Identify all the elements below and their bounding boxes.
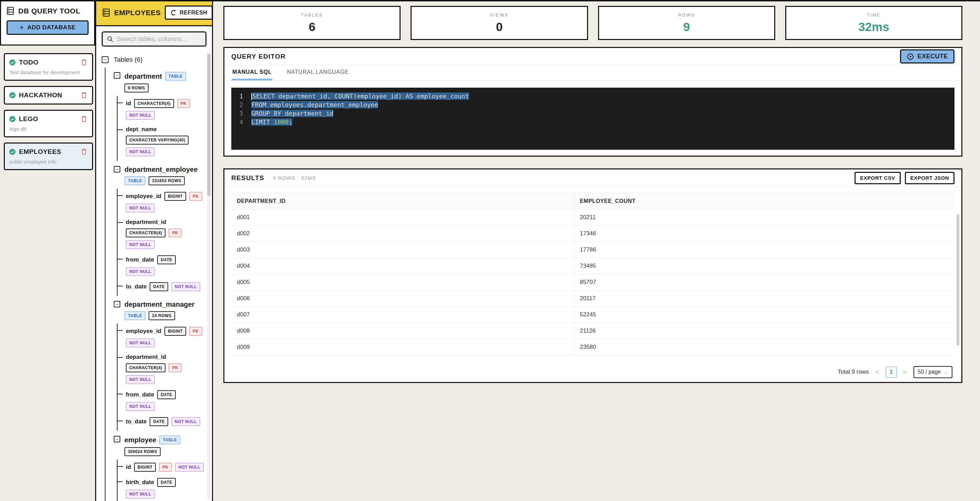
table-tree-item-department_employee[interactable]: −department_employeeTABLE331603 ROWS <box>114 166 204 185</box>
code-segment: AS employee_count <box>402 93 469 100</box>
not-null-badge: NOT NULL <box>126 375 155 384</box>
add-database-button[interactable]: + ADD DATABASE <box>6 20 89 35</box>
type-badge: DATE <box>150 417 168 426</box>
sql-editor[interactable]: 1SELECT department_id, COUNT(employee_id… <box>231 88 955 150</box>
table-row[interactable]: d00120211 <box>231 209 955 226</box>
column-labels: employee_idBIGINTPKNOT NULL <box>126 327 204 348</box>
selected-database-title: EMPLOYEES <box>114 9 161 17</box>
refresh-button[interactable]: REFRESH <box>165 6 213 20</box>
database-card-employees[interactable]: EMPLOYEESpublic employee info <box>4 142 93 170</box>
rows-badge: 331603 ROWS <box>149 176 185 185</box>
database-card-hackathon[interactable]: HACKATHON <box>4 86 93 105</box>
query-editor-header: QUERY EDITOR EXECUTE <box>224 48 961 65</box>
pk-badge: PK <box>169 363 181 372</box>
pk-badge: PK <box>189 192 202 201</box>
code-segment: LIMIT <box>251 118 274 126</box>
column-name: id <box>126 100 131 107</box>
column-tree-item-from_date[interactable]: from_dateDATENOT NULL <box>118 387 204 414</box>
table-row[interactable]: d00317786 <box>231 242 955 258</box>
column-tree-item-department_id[interactable]: department_idCHARACTER(4)PKNOT NULL <box>118 351 204 387</box>
column-tree-item-id[interactable]: idCHARACTER(4)PKNOT NULL <box>118 96 204 123</box>
columns-container: employee_idBIGINTPKNOT NULLdepartment_id… <box>117 324 204 431</box>
execute-button[interactable]: EXECUTE <box>900 49 955 64</box>
prev-page-icon[interactable]: < <box>875 368 880 376</box>
results-header-row: DEPARTMENT_ID EMPLOYEE_COUNT <box>231 193 955 209</box>
database-description: public employee info <box>9 159 88 164</box>
column-tree-item-to_date[interactable]: to_dateDATENOT NULL <box>118 414 204 429</box>
collapse-expander-icon[interactable]: − <box>114 72 120 79</box>
table-row[interactable]: d00923580 <box>231 339 955 356</box>
tree-scrollbar-track[interactable] <box>207 51 211 499</box>
column-tree-item-id[interactable]: idBIGINTPKNOT NULL <box>118 460 204 475</box>
status-check-icon <box>9 92 16 98</box>
stat-card-tables: TABLES6 <box>223 6 401 40</box>
database-card-todo[interactable]: TODOTest database for development <box>4 53 93 81</box>
column-header-department-id[interactable]: DEPARTMENT_ID <box>231 193 574 209</box>
table-row[interactable]: d00585707 <box>231 274 955 290</box>
table-cell: d009 <box>231 339 574 356</box>
table-row[interactable]: d00752245 <box>231 307 955 323</box>
database-name: LEGO <box>19 115 38 123</box>
column-tree-item-birth_date[interactable]: birth_dateDATENOT NULL <box>118 475 204 501</box>
table-badge: TABLE <box>124 311 145 320</box>
export-json-button[interactable]: EXPORT JSON <box>905 172 955 184</box>
table-row[interactable]: d00217346 <box>231 226 955 242</box>
trash-icon[interactable] <box>81 59 88 66</box>
current-page-button[interactable]: 1 <box>886 367 897 378</box>
column-tree-item-from_date[interactable]: from_dateDATENOT NULL <box>118 252 204 279</box>
column-name: from_date <box>126 391 154 398</box>
column-name: dept_name <box>126 126 157 133</box>
schema-tree: − Tables (6) −departmentTABLE9 ROWSidCHA… <box>96 49 204 501</box>
not-null-badge: NOT NULL <box>171 417 200 426</box>
query-editor-card: QUERY EDITOR EXECUTE MANUAL SQL NATURAL … <box>223 47 963 156</box>
table-row[interactable]: d00620117 <box>231 290 955 307</box>
collapse-expander-icon[interactable]: − <box>114 166 120 172</box>
database-name: TODO <box>19 59 38 66</box>
trash-icon[interactable] <box>81 148 88 156</box>
not-null-badge: NOT NULL <box>126 338 155 348</box>
table-row[interactable]: d00821126 <box>231 323 955 339</box>
export-csv-button[interactable]: EXPORT CSV <box>854 172 901 184</box>
column-tree-item-to_date[interactable]: to_dateDATENOT NULL <box>118 279 204 294</box>
table-row[interactable]: d00473485 <box>231 258 955 274</box>
trash-icon[interactable] <box>81 115 88 123</box>
tree-scrollbar-thumb[interactable] <box>207 54 211 196</box>
selected-text: LIMIT 1000; <box>251 118 292 126</box>
collapse-expander-icon[interactable]: − <box>114 301 120 308</box>
collapse-expander-icon[interactable]: − <box>114 436 120 442</box>
database-name: EMPLOYEES <box>19 148 61 156</box>
column-header-employee-count[interactable]: EMPLOYEE_COUNT <box>574 193 955 209</box>
rows-badge: 300024 ROWS <box>124 447 161 456</box>
type-badge: CHARACTER VARYING(40) <box>126 136 189 145</box>
table-labels: department_managerTABLE24 ROWS <box>124 300 204 320</box>
table-tree-item-department_manager[interactable]: −department_managerTABLE24 ROWS <box>114 300 204 320</box>
table-tree-item-employee[interactable]: −employeeTABLE300024 ROWS <box>114 436 204 456</box>
stat-value: 32ms <box>858 20 889 34</box>
column-tree-item-department_id[interactable]: department_idCHARACTER(4)PKNOT NULL <box>118 215 204 252</box>
table-labels: employeeTABLE300024 ROWS <box>124 436 204 456</box>
app-title-label: DB QUERY TOOL <box>18 7 80 15</box>
results-table-wrap: DEPARTMENT_ID EMPLOYEE_COUNT d00120211d0… <box>231 193 955 356</box>
results-scrollbar-thumb[interactable] <box>956 214 959 345</box>
collapse-expander-icon[interactable]: − <box>102 56 108 63</box>
column-tree-item-dept_name[interactable]: dept_nameCHARACTER VARYING(40)NOT NULL <box>118 123 204 160</box>
tab-natural-language[interactable]: NATURAL LANGUAGE <box>286 65 349 80</box>
stat-value: 6 <box>309 20 315 34</box>
column-tree-item-employee_id[interactable]: employee_idBIGINTPKNOT NULL <box>118 324 204 351</box>
page-size-select[interactable]: 50 / page ⌄ <box>913 366 953 378</box>
database-card-top: TODO <box>9 59 88 66</box>
not-null-badge: NOT NULL <box>126 402 155 411</box>
table-cell: d003 <box>231 242 574 258</box>
tab-manual-sql[interactable]: MANUAL SQL <box>232 65 272 80</box>
total-rows-label: Total 9 rows <box>838 369 869 375</box>
tree-root-tables[interactable]: − Tables (6) <box>101 52 204 68</box>
table-cell: d007 <box>231 307 574 323</box>
play-icon <box>907 53 914 61</box>
table-tree-item-department[interactable]: −departmentTABLE9 ROWS <box>114 72 204 93</box>
search-input[interactable] <box>117 35 202 43</box>
next-page-icon[interactable]: > <box>902 368 908 376</box>
not-null-badge: NOT NULL <box>126 267 155 276</box>
column-tree-item-employee_id[interactable]: employee_idBIGINTPKNOT NULL <box>118 189 204 215</box>
database-card-lego[interactable]: LEGOlego db <box>4 110 93 137</box>
trash-icon[interactable] <box>81 91 88 99</box>
